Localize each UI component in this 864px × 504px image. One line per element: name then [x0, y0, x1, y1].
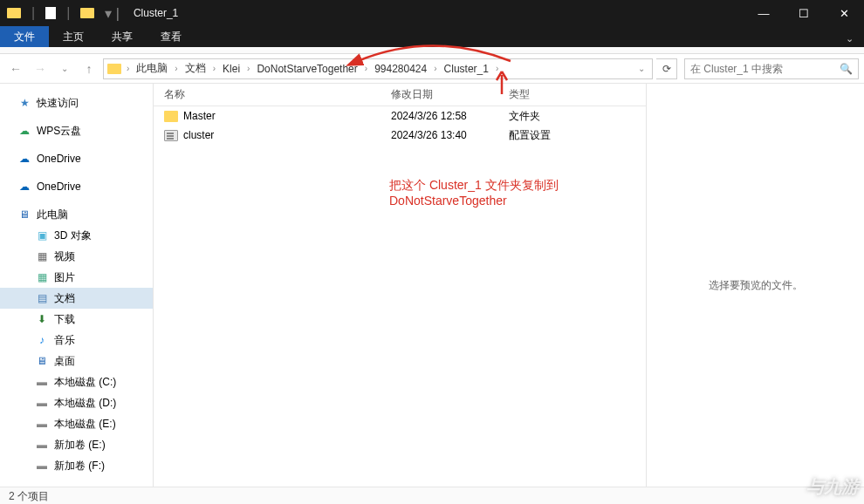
sidebar-desktop[interactable]: 🖥桌面 — [0, 351, 153, 371]
file-list[interactable]: 名称 修改日期 类型 Master 2024/3/26 12:58 文件夹 cl… — [154, 84, 646, 487]
sidebar-quick-access[interactable]: ★快速访问 — [0, 92, 153, 113]
sidebar-videos[interactable]: ▦视频 — [0, 246, 153, 267]
col-date[interactable]: 修改日期 — [381, 87, 498, 102]
sidebar-pictures[interactable]: ▦图片 — [0, 267, 153, 288]
sidebar-wps[interactable]: ☁WPS云盘 — [0, 120, 153, 141]
search-input[interactable] — [690, 63, 840, 75]
sidebar-disk-e2[interactable]: ▬新加卷 (E:) — [0, 434, 153, 455]
status-bar: 2 个项目 — [0, 487, 864, 504]
crumb-pc[interactable]: 此电脑 — [133, 59, 171, 78]
tab-view[interactable]: 查看 — [147, 26, 195, 47]
refresh-button[interactable]: ⟳ — [656, 58, 677, 79]
annotation-text: 把这个 Cluster_1 文件夹复制到 DoNotStarveTogether — [389, 178, 646, 208]
qat-properties-icon[interactable] — [45, 7, 56, 19]
sidebar-music[interactable]: ♪音乐 — [0, 330, 153, 351]
file-tab[interactable]: 文件 — [0, 26, 49, 47]
sidebar-disk-f[interactable]: ▬新加卷 (F:) — [0, 455, 153, 476]
sidebar-disk-d[interactable]: ▬本地磁盘 (D:) — [0, 392, 153, 413]
sidebar-disk-c[interactable]: ▬本地磁盘 (C:) — [0, 371, 153, 392]
crumb-klei[interactable]: Klei — [219, 61, 243, 77]
sidebar-documents[interactable]: ▤文档 — [0, 288, 153, 309]
sidebar-onedrive[interactable]: ☁OneDrive — [0, 148, 153, 169]
title-bar: | | ▾ | Cluster_1 — ☐ ✕ — [0, 0, 864, 26]
ribbon-collapse-icon[interactable]: ⌄ — [846, 33, 854, 44]
address-folder-icon — [107, 64, 121, 74]
app-icon — [7, 8, 21, 18]
minimize-button[interactable]: — — [744, 0, 784, 26]
crumb-docs[interactable]: 文档 — [182, 59, 209, 78]
tab-share[interactable]: 共享 — [98, 26, 147, 47]
sidebar-onedrive-2[interactable]: ☁OneDrive — [0, 176, 153, 197]
crumb-dnst[interactable]: DoNotStarveTogether — [253, 61, 360, 77]
folder-icon — [164, 111, 178, 122]
search-icon[interactable]: 🔍 — [840, 63, 853, 75]
address-dropdown[interactable]: ⌄ — [636, 64, 647, 73]
col-type[interactable]: 类型 — [498, 87, 603, 102]
nav-bar: ← → ⌄ ↑ › 此电脑› 文档› Klei› DoNotStarveToge… — [0, 54, 864, 84]
back-button[interactable]: ← — [5, 62, 26, 76]
ribbon-tabs: 文件 主页 共享 查看 — [0, 26, 864, 47]
ribbon-body: ⌄ — [0, 47, 864, 54]
file-row[interactable]: cluster 2024/3/26 13:40 配置设置 — [154, 126, 646, 145]
sidebar-downloads[interactable]: ⬇下载 — [0, 309, 153, 330]
col-name[interactable]: 名称 — [154, 87, 381, 102]
ini-file-icon — [164, 130, 178, 141]
column-headers: 名称 修改日期 类型 — [154, 84, 646, 106]
tab-home[interactable]: 主页 — [49, 26, 98, 47]
nav-tree[interactable]: ★快速访问 ☁WPS云盘 ☁OneDrive ☁OneDrive 🖥此电脑 ▣3… — [0, 84, 154, 487]
sidebar-3d[interactable]: ▣3D 对象 — [0, 225, 153, 246]
chevron-icon[interactable]: › — [125, 64, 131, 73]
recent-dropdown[interactable]: ⌄ — [54, 64, 75, 73]
qat-folder-icon[interactable] — [80, 8, 94, 18]
crumb-id[interactable]: 994280424 — [371, 61, 430, 77]
up-button[interactable]: ↑ — [79, 62, 99, 76]
crumb-cluster[interactable]: Cluster_1 — [441, 61, 492, 77]
sidebar-disk-e[interactable]: ▬本地磁盘 (E:) — [0, 413, 153, 434]
preview-pane: 选择要预览的文件。 — [646, 84, 864, 487]
sidebar-this-pc[interactable]: 🖥此电脑 — [0, 204, 153, 225]
maximize-button[interactable]: ☐ — [784, 0, 824, 26]
close-button[interactable]: ✕ — [824, 0, 864, 26]
watermark: 与九游 — [806, 475, 859, 499]
address-bar[interactable]: › 此电脑› 文档› Klei› DoNotStarveTogether› 99… — [103, 58, 653, 79]
window-title: Cluster_1 — [134, 7, 178, 19]
search-box[interactable]: 🔍 — [684, 58, 859, 79]
forward-button[interactable]: → — [30, 62, 51, 76]
file-row[interactable]: Master 2024/3/26 12:58 文件夹 — [154, 106, 646, 126]
